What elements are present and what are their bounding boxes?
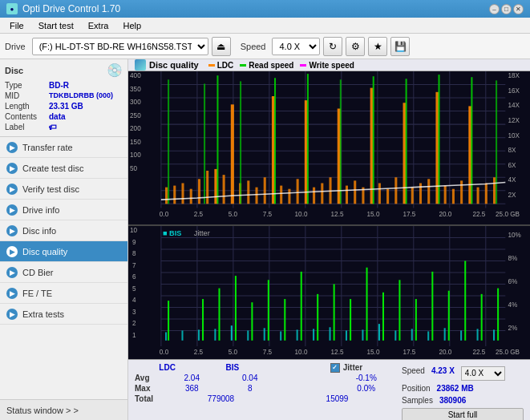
ldc-total: 779008 — [163, 394, 279, 403]
disc-length-label: Length — [5, 102, 49, 111]
svg-rect-37 — [297, 179, 299, 204]
bis-avg: 0.04 — [221, 374, 280, 382]
nav-verify-test-disc[interactable]: ▶ Verify test disc — [0, 179, 127, 200]
menu-extra[interactable]: Extra — [82, 19, 115, 32]
svg-rect-56 — [452, 189, 455, 204]
svg-rect-66 — [274, 78, 276, 204]
top-chart: 400 350 300 250 200 150 100 50 18X 16X 1… — [128, 71, 530, 226]
maximize-button[interactable]: □ — [501, 4, 512, 14]
extra-tests-icon: ▶ — [6, 309, 18, 320]
svg-text:10.0: 10.0 — [295, 349, 308, 357]
svg-text:3: 3 — [132, 309, 136, 316]
disc-contents-label: Contents — [5, 112, 49, 121]
empty-avg — [279, 374, 338, 382]
svg-text:20.0: 20.0 — [439, 349, 452, 357]
drive-select[interactable]: (F:) HL-DT-ST BD-RE WH16NS58.TST4 — [32, 38, 208, 55]
svg-text:10.0: 10.0 — [295, 211, 308, 218]
app-icon: ● — [6, 3, 18, 14]
total-row: Total 779008 15099 — [131, 394, 399, 404]
charts-container: 400 350 300 250 200 150 100 50 18X 16X 1… — [128, 71, 530, 359]
speed-select[interactable]: 4.0 X — [272, 38, 320, 55]
close-button[interactable]: ✕ — [513, 4, 524, 14]
disc-label-icon[interactable]: 🏷 — [49, 123, 57, 131]
svg-rect-51 — [411, 188, 414, 204]
top-chart-svg: 400 350 300 250 200 150 100 50 18X 16X 1… — [128, 71, 530, 224]
svg-rect-48 — [386, 189, 389, 204]
stats-right: Speed 4.23 X 4.0 X Position 23862 MB Sam… — [399, 363, 527, 420]
nav-disc-quality[interactable]: ▶ Disc quality — [0, 241, 127, 262]
speed-info-select[interactable]: 4.0 X — [461, 366, 505, 381]
svg-text:14X: 14X — [508, 102, 520, 109]
nav-transfer-rate[interactable]: ▶ Transfer rate — [0, 137, 127, 158]
nav-fe-te[interactable]: ▶ FE / TE — [0, 283, 127, 304]
menu-help[interactable]: Help — [116, 19, 148, 32]
svg-rect-71 — [438, 75, 439, 204]
status-window-button[interactable]: Status window > > — [0, 399, 127, 420]
svg-rect-132 — [330, 327, 331, 341]
svg-text:9: 9 — [132, 239, 136, 246]
svg-rect-49 — [394, 177, 397, 204]
cd-bier-icon: ▶ — [6, 267, 18, 278]
bookmark-button[interactable]: ★ — [368, 37, 387, 56]
ldc-label: LDC — [217, 61, 234, 70]
svg-rect-59 — [477, 188, 479, 204]
svg-rect-136 — [394, 331, 396, 341]
svg-rect-126 — [231, 325, 233, 341]
svg-text:6%: 6% — [508, 279, 517, 286]
svg-text:2.5: 2.5 — [194, 211, 204, 218]
nav-fe-te-label: FE / TE — [22, 289, 52, 298]
bis-total: 15099 — [279, 394, 395, 403]
samples-value: 380906 — [439, 396, 466, 405]
svg-text:50: 50 — [130, 165, 138, 172]
menu-file[interactable]: File — [3, 19, 30, 32]
svg-text:10X: 10X — [508, 132, 520, 139]
svg-text:5.0: 5.0 — [229, 349, 238, 357]
svg-text:25.0 GB: 25.0 GB — [496, 211, 520, 218]
speed-label: Speed — [241, 42, 266, 51]
svg-rect-33 — [264, 177, 266, 204]
svg-rect-135 — [378, 324, 380, 341]
nav-extra-tests[interactable]: ▶ Extra tests — [0, 304, 127, 325]
stats-header: LDC BIS ✓ Jitter — [131, 363, 399, 373]
ldc-avg: 2.04 — [163, 374, 221, 382]
nav-cd-bier[interactable]: ▶ CD Bier — [0, 262, 127, 283]
legend-ldc: LDC — [208, 61, 234, 70]
ldc-header: LDC — [135, 363, 200, 373]
pos-info: Position 23862 MB — [402, 384, 524, 393]
save-button[interactable]: 💾 — [390, 37, 410, 56]
svg-text:4: 4 — [132, 297, 136, 304]
disc-title: Disc — [5, 66, 23, 75]
svg-rect-61 — [493, 177, 496, 204]
jitter-checkbox[interactable]: ✓ — [330, 363, 340, 373]
nav-disc-info[interactable]: ▶ Disc info — [0, 220, 127, 241]
start-full-button[interactable]: Start full — [402, 408, 524, 420]
eject-button[interactable]: ⏏ — [212, 37, 231, 56]
avg-label: Avg — [135, 374, 163, 382]
svg-rect-133 — [346, 331, 347, 341]
svg-rect-147 — [251, 302, 253, 341]
speed-info: Speed 4.23 X 4.0 X — [402, 366, 524, 381]
main-area: Disc 💿 Type BD-R MID TDKBLDRBB (000) Len… — [0, 59, 530, 420]
svg-text:350: 350 — [130, 86, 141, 93]
svg-rect-143 — [168, 301, 169, 341]
status-window-label: Status window > > — [6, 406, 79, 415]
menu-start-test[interactable]: Start test — [32, 19, 80, 32]
svg-rect-44 — [354, 180, 356, 204]
drive-label: Drive — [5, 42, 26, 51]
nav-drive-info[interactable]: ▶ Drive info — [0, 200, 127, 220]
svg-rect-29 — [231, 104, 234, 204]
svg-rect-43 — [346, 186, 348, 204]
settings-button[interactable]: ⚙ — [346, 37, 365, 56]
svg-rect-139 — [444, 328, 446, 341]
svg-text:4X: 4X — [508, 176, 516, 184]
svg-rect-158 — [431, 272, 433, 341]
svg-rect-153 — [350, 299, 351, 341]
svg-rect-144 — [202, 299, 204, 341]
minimize-button[interactable]: – — [489, 4, 500, 14]
nav-create-test-disc[interactable]: ▶ Create test disc — [0, 158, 127, 179]
samples-label: Samples — [402, 396, 433, 405]
svg-text:5.0: 5.0 — [229, 211, 238, 218]
refresh-button[interactable]: ↻ — [323, 37, 342, 56]
position-value: 23862 MB — [437, 384, 474, 393]
svg-rect-24 — [190, 189, 192, 204]
